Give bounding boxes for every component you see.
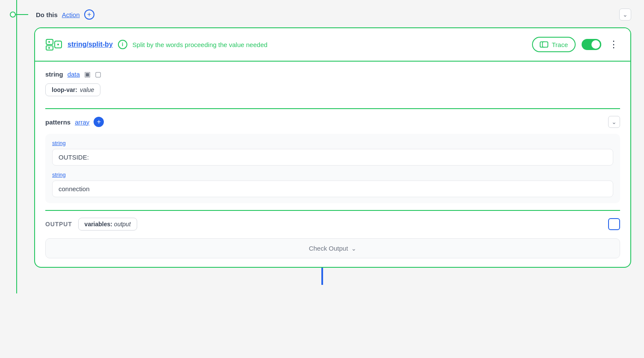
add-action-button[interactable]: + <box>84 9 94 20</box>
trace-icon <box>540 40 548 49</box>
more-options-button[interactable]: ⋮ <box>607 40 620 49</box>
action-description: Split by the words proceeding the value … <box>132 41 268 48</box>
paste-icon[interactable]: ▢ <box>95 70 101 78</box>
collapse-top-button[interactable]: ⌄ <box>619 9 631 21</box>
info-icon[interactable]: i <box>118 40 127 49</box>
copy-icon[interactable]: ▣ <box>84 70 91 78</box>
pattern-2-input[interactable] <box>52 180 613 197</box>
patterns-area: string string <box>45 134 620 203</box>
section-divider-2 <box>45 210 620 211</box>
connector-line <box>13 14 28 15</box>
enable-toggle[interactable] <box>582 39 601 50</box>
action-link[interactable]: Action <box>62 11 80 18</box>
trace-button[interactable]: Trace <box>532 37 576 52</box>
action-name-link[interactable]: string/split-by <box>68 41 113 48</box>
svg-point-5 <box>57 44 59 45</box>
add-pattern-button[interactable]: + <box>94 117 104 127</box>
loop-var-chip: loop-var: value <box>45 83 100 96</box>
collapse-patterns-button[interactable]: ⌄ <box>608 116 620 128</box>
chevron-down-icon: ⌄ <box>623 11 628 18</box>
check-output-button[interactable]: Check Output ⌄ <box>45 238 620 258</box>
svg-point-3 <box>48 41 50 43</box>
variables-key: variables: <box>85 221 112 228</box>
patterns-label: patterns <box>45 118 71 126</box>
toggle-knob <box>591 40 600 49</box>
variables-value: output <box>114 221 131 228</box>
action-icon <box>45 36 62 53</box>
patterns-row: patterns array + ⌄ <box>45 116 620 128</box>
array-link[interactable]: array <box>75 118 89 126</box>
top-action-row: Do this Action + ⌄ <box>13 9 631 21</box>
section-divider-1 <box>45 108 620 109</box>
action-card: string/split-by i Split by the words pro… <box>34 27 631 268</box>
svg-rect-7 <box>543 42 548 47</box>
loop-var-key: loop-var: <box>52 86 77 93</box>
output-row: OUTPUT variables: output <box>45 218 620 231</box>
do-this-label: Do this <box>36 11 58 18</box>
variables-chip: variables: output <box>78 218 137 231</box>
data-field-link[interactable]: data <box>68 71 80 78</box>
check-output-label: Check Output <box>309 245 348 252</box>
pattern-1-input[interactable] <box>52 149 613 166</box>
chevron-down-icon: ⌄ <box>612 118 617 125</box>
string-data-row: string data ▣ ▢ <box>45 70 620 78</box>
header-right-controls: Trace ⋮ <box>532 37 620 52</box>
pattern-1-type-link[interactable]: string <box>52 140 613 146</box>
connector-dot <box>10 12 16 18</box>
output-checkbox[interactable] <box>608 218 620 230</box>
pattern-2-type-link[interactable]: string <box>52 172 613 178</box>
card-header: string/split-by i Split by the words pro… <box>35 28 630 62</box>
card-body: string data ▣ ▢ loop-var: value patterns… <box>35 62 630 267</box>
output-label: OUTPUT <box>45 221 72 228</box>
left-connector-line <box>16 0 17 293</box>
string-type-label: string <box>45 71 63 78</box>
bottom-indicator <box>321 268 323 285</box>
loop-var-value: value <box>80 86 94 93</box>
chevron-down-icon: ⌄ <box>351 245 356 252</box>
svg-point-4 <box>48 47 50 49</box>
trace-label: Trace <box>552 41 568 48</box>
